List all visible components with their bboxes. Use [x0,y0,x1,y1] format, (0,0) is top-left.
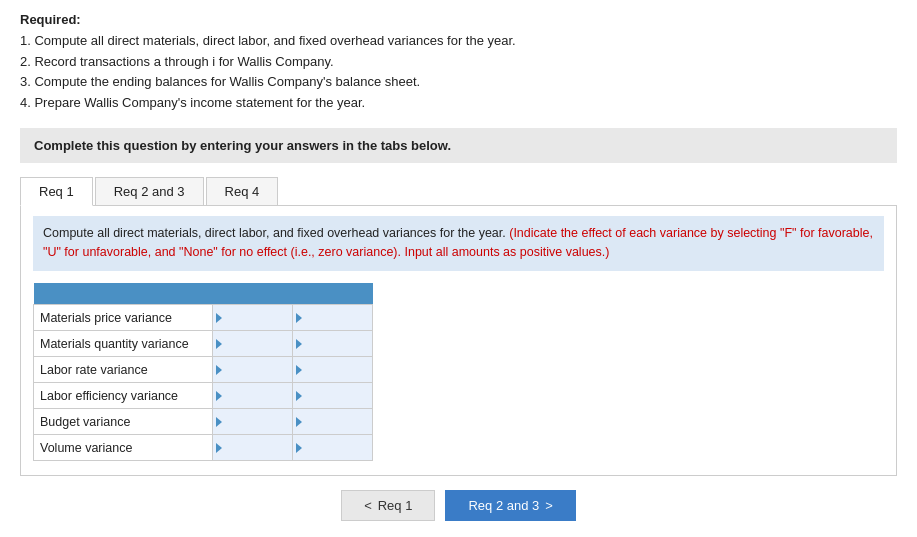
tab-req2and3[interactable]: Req 2 and 3 [95,177,204,205]
table-row: Budget variance [34,409,373,435]
required-section: Required: 1. Compute all direct material… [20,10,897,114]
required-item-4: 4. Prepare Wallis Company's income state… [20,93,897,114]
row-input-1a[interactable] [212,331,292,357]
row-label-1: Materials quantity variance [34,331,213,357]
required-item-2: 2. Record transactions a through i for W… [20,52,897,73]
variance-table: Materials price variance Materials quant… [33,283,373,462]
input-value-2a[interactable] [219,362,273,377]
input-value-3a[interactable] [219,388,273,403]
input-effect-0b[interactable] [299,310,353,325]
required-item-3: 3. Compute the ending balances for Walli… [20,72,897,93]
table-row: Materials quantity variance [34,331,373,357]
row-label-5: Volume variance [34,435,213,461]
bottom-nav: < Req 1 Req 2 and 3 > [20,490,897,521]
row-input-0a[interactable] [212,305,292,331]
table-row: Labor efficiency variance [34,383,373,409]
input-effect-4b[interactable] [299,414,353,429]
next-button-label: Req 2 and 3 [468,498,539,513]
row-label-2: Labor rate variance [34,357,213,383]
tab-req1[interactable]: Req 1 [20,177,93,206]
col-value-header [212,283,292,305]
prev-chevron-icon: < [364,498,372,513]
row-input-1b[interactable] [292,331,372,357]
tab-content: Compute all direct materials, direct lab… [20,206,897,476]
next-chevron-icon: > [545,498,553,513]
tabs-row: Req 1 Req 2 and 3 Req 4 [20,177,897,206]
row-label-3: Labor efficiency variance [34,383,213,409]
instruction-box-text: Complete this question by entering your … [34,138,451,153]
table-row: Labor rate variance [34,357,373,383]
row-input-3b[interactable] [292,383,372,409]
row-label-0: Materials price variance [34,305,213,331]
row-input-5b[interactable] [292,435,372,461]
instruction-box: Complete this question by entering your … [20,128,897,163]
input-effect-2b[interactable] [299,362,353,377]
row-input-4b[interactable] [292,409,372,435]
table-row: Materials price variance [34,305,373,331]
required-heading: Required: [20,12,81,27]
row-input-5a[interactable] [212,435,292,461]
row-input-2a[interactable] [212,357,292,383]
row-input-4a[interactable] [212,409,292,435]
prev-button[interactable]: < Req 1 [341,490,435,521]
col-effect-header [292,283,372,305]
input-effect-1b[interactable] [299,336,353,351]
input-value-0a[interactable] [219,310,273,325]
col-label-header [34,283,213,305]
row-input-3a[interactable] [212,383,292,409]
table-row: Volume variance [34,435,373,461]
prev-button-label: Req 1 [378,498,413,513]
next-button[interactable]: Req 2 and 3 > [445,490,575,521]
input-value-1a[interactable] [219,336,273,351]
input-effect-5b[interactable] [299,440,353,455]
tab-instruction-main: Compute all direct materials, direct lab… [43,226,506,240]
tab-instruction: Compute all direct materials, direct lab… [33,216,884,271]
required-item-1: 1. Compute all direct materials, direct … [20,31,897,52]
input-value-5a[interactable] [219,440,273,455]
input-effect-3b[interactable] [299,388,353,403]
row-input-2b[interactable] [292,357,372,383]
row-input-0b[interactable] [292,305,372,331]
row-label-4: Budget variance [34,409,213,435]
input-value-4a[interactable] [219,414,273,429]
tab-req4[interactable]: Req 4 [206,177,279,205]
